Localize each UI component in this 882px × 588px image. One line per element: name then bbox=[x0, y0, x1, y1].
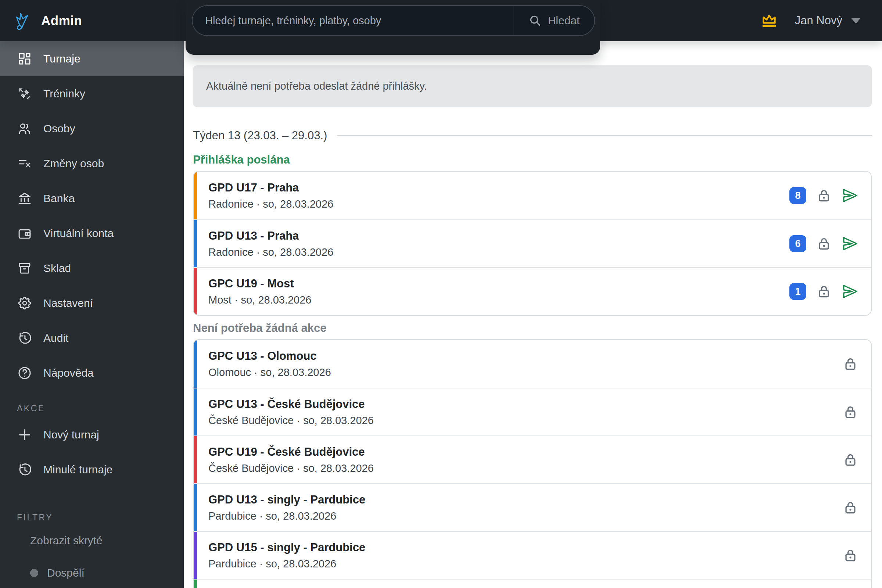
row-actions: 1 bbox=[789, 283, 858, 300]
history-icon bbox=[17, 330, 32, 346]
lock-icon[interactable] bbox=[842, 547, 858, 563]
dashboard-icon bbox=[17, 51, 32, 66]
tournament-row[interactable]: GPD U13 - Praha Radonice · so, 28.03.202… bbox=[194, 219, 871, 267]
user-name: Jan Nový bbox=[795, 14, 842, 27]
lock-icon[interactable] bbox=[842, 356, 858, 372]
sidebar-item-nastaveni[interactable]: Nastavení bbox=[0, 285, 184, 321]
divider-line bbox=[337, 135, 872, 136]
sidebar-item-label: Nový turnaj bbox=[44, 429, 99, 441]
tournament-row[interactable]: GPD U15 - singly - Pardubice Pardubice ·… bbox=[194, 531, 871, 579]
users-icon bbox=[17, 121, 32, 136]
lock-icon[interactable] bbox=[842, 404, 858, 420]
tournament-title: GPC U19 - Most bbox=[208, 277, 871, 290]
tournament-title: GPC U13 - Olomouc bbox=[208, 350, 871, 363]
count-badge: 1 bbox=[789, 283, 806, 300]
count-badge: 6 bbox=[789, 235, 806, 252]
sidebar-item-label: Sklad bbox=[44, 262, 71, 274]
row-accent-bar bbox=[194, 436, 197, 483]
sidebar-item-label: Banka bbox=[44, 192, 75, 205]
sidebar-item-treninky[interactable]: Tréninky bbox=[0, 76, 184, 111]
search-input[interactable] bbox=[193, 6, 513, 35]
tournament-row[interactable]: GPD U13 - singly - Pardubice Pardubice ·… bbox=[194, 483, 871, 531]
user-menu[interactable]: Jan Nový bbox=[795, 14, 861, 27]
sidebar-item-label: Turnaje bbox=[44, 52, 81, 65]
tournament-subtitle: Most · so, 28.03.2026 bbox=[208, 294, 871, 306]
tournament-row[interactable]: GPC U19 - Most Most · so, 28.03.2026 1 bbox=[194, 267, 871, 315]
row-accent-bar bbox=[194, 579, 197, 588]
sidebar-item-turnaje[interactable]: Turnaje bbox=[0, 41, 184, 76]
gear-icon bbox=[17, 296, 32, 311]
section-heading-sent: Přihláška poslána bbox=[193, 153, 872, 166]
tournament-row[interactable]: GPD U17 - Praha Radonice · so, 28.03.202… bbox=[194, 172, 871, 219]
tournament-title: GPD U15 - singly - Pardubice bbox=[208, 541, 871, 554]
tournament-row[interactable]: GPC U19 - České Budějovice České Budějov… bbox=[194, 435, 871, 483]
send-icon[interactable] bbox=[842, 283, 858, 300]
tournament-row[interactable]: GPC U13 - Olomouc Olomouc · so, 28.03.20… bbox=[194, 340, 871, 388]
help-icon bbox=[17, 365, 32, 381]
lock-icon[interactable] bbox=[842, 500, 858, 516]
send-icon[interactable] bbox=[842, 235, 858, 252]
wallet-icon bbox=[17, 226, 32, 241]
sidebar-item-sklad[interactable]: Sklad bbox=[0, 250, 184, 285]
sidebar-item-label: Osoby bbox=[44, 122, 75, 135]
row-actions bbox=[842, 547, 858, 563]
plus-icon bbox=[17, 427, 32, 442]
row-accent-bar bbox=[194, 532, 197, 579]
history-icon bbox=[17, 462, 32, 477]
sidebar-item-label: Změny osob bbox=[44, 157, 104, 170]
search-button-label: Hledat bbox=[548, 14, 580, 27]
row-actions bbox=[842, 404, 858, 420]
sidebar-item-audit[interactable]: Audit bbox=[0, 321, 184, 356]
search-icon bbox=[528, 14, 542, 28]
list-x-icon bbox=[17, 156, 32, 171]
sidebar-item-label: Nápověda bbox=[44, 367, 94, 379]
sidebar-item-virtualni-konta[interactable]: Virtuální konta bbox=[0, 216, 184, 250]
lock-icon[interactable] bbox=[842, 452, 858, 468]
sidebar-item-label: Nastavení bbox=[44, 297, 93, 309]
lock-icon[interactable] bbox=[816, 188, 832, 204]
send-icon[interactable] bbox=[842, 187, 858, 204]
tournament-title: GPD U13 - singly - Pardubice bbox=[208, 493, 871, 506]
sidebar-item-novy-turnaj[interactable]: Nový turnaj bbox=[0, 417, 184, 452]
app-title: Admin bbox=[41, 13, 82, 28]
tournament-title: GPC U13 - České Budějovice bbox=[208, 398, 871, 411]
tournament-row-partial[interactable] bbox=[194, 579, 871, 588]
filter-zobrazit-skryte[interactable]: Zobrazit skryté bbox=[0, 528, 184, 554]
tournament-subtitle: České Budějovice · so, 28.03.2026 bbox=[208, 414, 871, 427]
lock-icon[interactable] bbox=[816, 284, 832, 300]
tournament-title: GPD U17 - Praha bbox=[208, 181, 871, 194]
row-accent-bar bbox=[194, 220, 197, 267]
sidebar-item-minule-turnaje[interactable]: Minulé turnaje bbox=[0, 452, 184, 487]
count-badge: 8 bbox=[789, 187, 806, 204]
topbar-right: Jan Nový bbox=[760, 0, 882, 41]
row-actions bbox=[842, 500, 858, 516]
sidebar-item-label: Tréninky bbox=[44, 87, 85, 100]
notice-banner: Aktuálně není potřeba odeslat žádné přih… bbox=[193, 65, 872, 107]
archive-icon bbox=[17, 261, 32, 276]
main-content: Aktuálně není potřeba odeslat žádné přih… bbox=[184, 41, 882, 588]
chevron-down-icon bbox=[851, 18, 861, 24]
tournament-row[interactable]: GPC U13 - České Budějovice České Budějov… bbox=[194, 388, 871, 435]
row-accent-bar bbox=[194, 172, 197, 219]
row-accent-bar bbox=[194, 388, 197, 435]
sidebar-item-napoveda[interactable]: Nápověda bbox=[0, 356, 184, 390]
tournament-title: GPD U13 - Praha bbox=[208, 230, 871, 243]
sidebar-item-zmeny-osob[interactable]: Změny osob bbox=[0, 146, 184, 181]
filter-dospeli[interactable]: Dospělí bbox=[0, 560, 184, 586]
tournament-subtitle: Pardubice · so, 28.03.2026 bbox=[208, 558, 871, 570]
lock-icon[interactable] bbox=[816, 236, 832, 252]
sidebar-item-banka[interactable]: Banka bbox=[0, 181, 184, 216]
sidebar-item-label: Minulé turnaje bbox=[44, 464, 112, 476]
topbar: Admin Hledat Jan Nový bbox=[0, 0, 882, 41]
week-heading-row: Týden 13 (23.03. – 29.03.) bbox=[193, 128, 872, 144]
app-brand[interactable]: Admin bbox=[0, 10, 184, 30]
search-bar: Hledat bbox=[192, 5, 595, 36]
search-button[interactable]: Hledat bbox=[513, 6, 594, 35]
row-actions bbox=[842, 452, 858, 468]
tournament-subtitle: Radonice · so, 28.03.2026 bbox=[208, 246, 871, 258]
sidebar-item-osoby[interactable]: Osoby bbox=[0, 111, 184, 146]
sidebar-item-label: Virtuální konta bbox=[44, 227, 114, 240]
tournament-group-sent: GPD U17 - Praha Radonice · so, 28.03.202… bbox=[193, 171, 872, 316]
shuttlecock-logo-icon bbox=[14, 10, 34, 30]
tournament-title: GPC U19 - České Budějovice bbox=[208, 446, 871, 459]
